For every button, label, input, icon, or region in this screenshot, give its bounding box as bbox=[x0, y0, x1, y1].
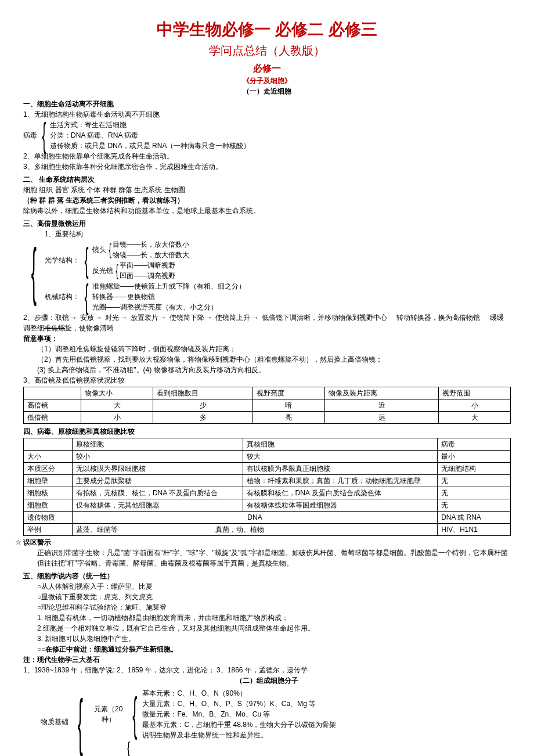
table-row: 物像大小看到细胞数目视野亮度物像及装片距离视野范围 bbox=[24, 387, 511, 399]
text-line: （1）调整粗准焦螺旋使镜筒下降时，侧面视察物镜及装片距离； bbox=[23, 344, 511, 354]
table-row: 细胞核有拟核，无核膜、核仁，DNA 不及蛋白质结合有核膜和核仁，DNA 及蛋白质… bbox=[24, 487, 511, 499]
element-label: 元素（20 种） bbox=[91, 688, 127, 740]
brace-icon: { bbox=[78, 688, 83, 755]
text-line: 3、多细胞生物依靠各种分化细胞亲密合作，完成困难生命活动。 bbox=[23, 161, 511, 172]
brace-icon: { bbox=[84, 281, 88, 312]
text-line: 物镜——长，放大倍数大 bbox=[113, 250, 189, 260]
table-row: 原核细胞真核细胞病毒 bbox=[24, 438, 511, 451]
section-3-heading: 三、高倍显微镜运用 bbox=[23, 218, 511, 229]
doc-title-part-2: （二）组成细胞分子 bbox=[23, 675, 511, 686]
text-line: 大量元素：C、H、O、N、P、S（97%）K、Ca、Mg 等 bbox=[142, 699, 336, 709]
text-line: 目镜——长，放大倍数小 bbox=[113, 239, 189, 250]
note-heading: 注：现代生物学三大基石 bbox=[23, 654, 511, 665]
text-line: ○从人体解剖视察入手：维萨里、比夏 bbox=[23, 581, 511, 592]
text-line: 准焦螺旋——使镜筒上升或下降（有粗、细之分） bbox=[92, 281, 246, 291]
text-line: 基本元素：C、H、O、N（90%） bbox=[142, 688, 336, 699]
brace-icon: { bbox=[31, 229, 37, 312]
doc-title-part: （一）走近细胞 bbox=[23, 86, 511, 96]
section-4-heading: 四、病毒、原核细胞和真核细胞比较 bbox=[23, 426, 511, 437]
steps-line: 2、步骤：取镜→ 安放→ 对光→ 放置装片→ 使镜筒下降→ 使镜筒上升→ 低倍镜… bbox=[23, 312, 511, 333]
table-row: 遗传物质DNADNA 或 RNA bbox=[24, 512, 511, 524]
text-line: 凹面——调亮视野 bbox=[120, 271, 175, 281]
brace-icon: { bbox=[127, 740, 130, 755]
text-line: 2、单细胞生物依靠单个细胞完成各种生命活动。 bbox=[23, 151, 511, 161]
text-line: 平面——调暗视野 bbox=[120, 260, 175, 271]
brace-icon: { bbox=[42, 120, 46, 151]
text-line: 1. 细胞是有机体，一切动植物都是由细胞发育而来，并由细胞和细胞产物所构成； bbox=[23, 613, 511, 623]
brace-icon: { bbox=[84, 239, 88, 281]
doc-title-book: 《分子及细胞》 bbox=[23, 75, 511, 86]
text-line: 遗传物质：或只是 DNA，或只是 RNA（一种病毒只含一种核酸） bbox=[50, 141, 250, 151]
section-5-heading: 五、细胞学说内容（统一性） bbox=[23, 571, 511, 581]
text-line: ○○在修正中前进：细胞通过分裂产生新细胞。 bbox=[23, 644, 511, 654]
section-2-heading: 二、 生命系统结构层次 bbox=[23, 174, 511, 185]
lens-label: 镜头 bbox=[92, 239, 107, 260]
text-line: 3、高倍镜及低倍镜视察状况比较 bbox=[23, 375, 511, 386]
text-line: ○理论思维和科学试验结论：施旺、施莱登 bbox=[23, 602, 511, 613]
text-line: （种 群 群 落 生态系统三者实例推断，看以前练习） bbox=[23, 195, 511, 206]
text-line: ○显微镜下重要发觉：虎克、列文虎克 bbox=[23, 592, 511, 602]
text-line: (3) 换上高倍物镜后，"不准动粗"。(4) 物像移动方向及装片移动方向相反。 bbox=[23, 365, 511, 375]
notes-heading: 留意事项： bbox=[23, 333, 511, 344]
comparison-table-1: 物像大小看到细胞数目视野亮度物像及装片距离视野范围 高倍镜大少暗近小 低倍镜小多… bbox=[23, 387, 511, 424]
text-line: 1、重要结构 bbox=[45, 229, 511, 239]
brace-icon: { bbox=[109, 239, 111, 260]
text-line: 1、无细胞结构生物病毒生命活动离不开细胞 bbox=[23, 109, 511, 120]
arrow-icon: → bbox=[250, 312, 259, 323]
text-line: 细胞 组织 器官 系统 个体 种群 群落 生态系统 生物圈 bbox=[23, 185, 511, 195]
doc-title-sub: 学问点总结（人教版） bbox=[23, 42, 511, 59]
text-line: 1、1938~1839 年，细胞学说; 2、1859 年，达尔文，进化论； 3、… bbox=[23, 665, 511, 675]
arrow-icon: → bbox=[158, 312, 168, 323]
text-line: 生活方式：寄生在活细胞 bbox=[50, 120, 250, 130]
table-row: 细胞质仅有核糖体，无其他细胞器有核糖体线粒体等困难细胞器无 bbox=[24, 499, 511, 512]
table-row: 高倍镜大少暗近小 bbox=[24, 399, 511, 412]
text-line: 微量元素：Fe、Mn、B、Zn、Mo、Cu 等 bbox=[142, 709, 336, 719]
comparison-table-2: 原核细胞真核细胞病毒 大小较小较大最小 本质区分无以核膜为界限细胞核有以核膜为界… bbox=[23, 438, 511, 536]
text-line: 3. 新细胞可以从老细胞中产生。 bbox=[23, 633, 511, 644]
text-line: 光圈——调整视野亮度（有大、小之分） bbox=[92, 302, 246, 312]
text-line: 最基本元素：C，占细胞干重 48.8%，生物大分子以碳链为骨架 bbox=[142, 719, 336, 730]
brace-icon: { bbox=[116, 260, 118, 281]
optical-label: 光学结构： bbox=[45, 239, 81, 281]
text-line: 除病毒以外，细胞是生物体结构和功能基本单位，是地球上最基本生命系统。 bbox=[23, 206, 511, 216]
arrow-icon: → bbox=[204, 312, 214, 323]
brace-icon: { bbox=[132, 688, 137, 740]
text-line: 转换器——更换物镜 bbox=[92, 291, 246, 302]
table-row: 举例蓝藻、细菌等真菌，动、植物HIV、H1N1 bbox=[24, 524, 511, 536]
star-icon: ☆ bbox=[15, 537, 21, 548]
mech-label: 机械结构： bbox=[45, 281, 81, 312]
virus-label: 病毒 bbox=[23, 120, 38, 151]
table-row: 大小较小较大最小 bbox=[24, 451, 511, 463]
table-row: 低倍镜小多亮远大 bbox=[24, 412, 511, 424]
text-line: 2.细胞是一个相对独立单位，既有它自己生命，又对及其他细胞共同组成整体生命起作用… bbox=[23, 623, 511, 633]
section-1-heading: 一、细胞生命活动离不开细胞 bbox=[23, 99, 511, 109]
arrow-icon: → bbox=[119, 312, 128, 323]
mirror-label: 反光镜 bbox=[92, 260, 114, 281]
text-line: （2）首先用低倍镜视察，找到要放大视察物像，将物像移到视野中心（粗准焦螺旋不动）… bbox=[23, 354, 511, 365]
material-label: 物质基础 bbox=[23, 688, 70, 755]
text-line: 分类：DNA 病毒、RNA 病毒 bbox=[50, 130, 250, 141]
table-row: 细胞壁主要成分是肽聚糖植物：纤维素和果胶；真菌：几丁质；动物细胞无细胞壁无 bbox=[24, 475, 511, 487]
arrow-icon: → bbox=[69, 312, 78, 323]
doc-title-section: 必修一 bbox=[23, 62, 511, 75]
table-row: 本质区分无以核膜为界限细胞核有以核膜为界限真正细胞核无细胞结构 bbox=[24, 463, 511, 475]
text-line: 说明生物界及非生物界统一性和差异性。 bbox=[142, 730, 336, 740]
warning-heading: 误区警示 bbox=[23, 538, 51, 546]
text-line: 正确识别带菌字生物：凡是"菌"字前面有"杆"字、"球"字、"螺旋"及"弧"字都是… bbox=[23, 548, 511, 568]
arrow-icon: → bbox=[94, 312, 103, 323]
doc-title-main: 中学生物必修一 必修二 必修三 bbox=[23, 17, 511, 42]
